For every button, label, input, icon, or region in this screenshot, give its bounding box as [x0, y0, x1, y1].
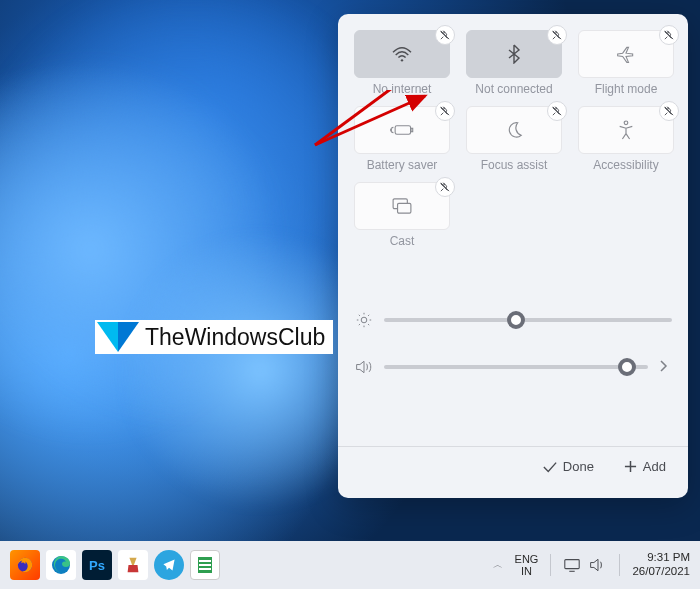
svg-point-3 [624, 121, 628, 125]
flight-mode-button[interactable] [578, 30, 674, 78]
volume-tray-icon [589, 557, 607, 573]
volume-thumb[interactable] [618, 358, 636, 376]
unpin-button-cast[interactable] [435, 177, 455, 197]
watermark-logo-icon [97, 322, 139, 352]
taskbar-app-firefox[interactable] [10, 550, 40, 580]
system-tray[interactable] [563, 557, 607, 573]
divider [619, 554, 620, 576]
tile-label: Accessibility [593, 158, 658, 172]
brush-icon [124, 556, 142, 574]
tile-flight-mode: Flight mode [578, 30, 674, 96]
taskbar: Ps ︿ ENG IN 9:31 PM 26/07/2021 [0, 541, 700, 589]
brightness-slider-row [354, 312, 672, 328]
svg-rect-12 [199, 560, 211, 562]
moon-icon [505, 121, 523, 139]
taskbar-app-libreoffice[interactable] [190, 550, 220, 580]
wifi-button[interactable] [354, 30, 450, 78]
lang-line2: IN [515, 565, 539, 577]
unpin-button-battery[interactable] [435, 101, 455, 121]
tile-label: No internet [373, 82, 432, 96]
brightness-thumb[interactable] [507, 311, 525, 329]
battery-saver-icon [390, 122, 414, 138]
tile-label: Not connected [475, 82, 552, 96]
unpin-button-bluetooth[interactable] [547, 25, 567, 45]
quick-settings-panel: No internet Not connected Flight mode [338, 14, 688, 498]
battery-saver-button[interactable] [354, 106, 450, 154]
svg-rect-5 [398, 203, 411, 213]
accessibility-button[interactable] [578, 106, 674, 154]
volume-slider-row [354, 358, 672, 376]
done-label: Done [563, 459, 594, 474]
taskbar-app-photoshop[interactable]: Ps [82, 550, 112, 580]
accessibility-icon [617, 120, 635, 140]
tray-overflow-button[interactable]: ︿ [493, 558, 503, 572]
tile-grid: No internet Not connected Flight mode [354, 30, 672, 248]
spreadsheet-icon [197, 556, 213, 574]
brightness-slider[interactable] [384, 318, 672, 322]
svg-rect-2 [411, 128, 413, 131]
volume-icon [354, 359, 374, 375]
plus-icon [624, 460, 637, 473]
add-button[interactable]: Add [618, 455, 672, 478]
focus-assist-button[interactable] [466, 106, 562, 154]
tile-label: Focus assist [481, 158, 548, 172]
clock-date: 26/07/2021 [632, 565, 690, 579]
unpin-icon [440, 106, 450, 116]
tile-bluetooth: Not connected [466, 30, 562, 96]
watermark-text: TheWindowsClub [145, 324, 325, 351]
tile-label: Flight mode [595, 82, 658, 96]
cast-button[interactable] [354, 182, 450, 230]
language-button[interactable]: ENG IN [515, 553, 539, 577]
tile-label: Battery saver [367, 158, 438, 172]
unpin-button-wifi[interactable] [435, 25, 455, 45]
taskbar-app-ccleaner[interactable] [118, 550, 148, 580]
taskbar-app-edge[interactable] [46, 550, 76, 580]
tile-cast: Cast [354, 182, 450, 248]
volume-flyout-button[interactable] [658, 358, 672, 376]
lang-line1: ENG [515, 553, 539, 565]
volume-slider[interactable] [384, 365, 648, 369]
wifi-icon [391, 45, 413, 63]
add-label: Add [643, 459, 666, 474]
panel-footer: Done Add [338, 446, 688, 482]
unpin-icon [440, 30, 450, 40]
unpin-icon [552, 106, 562, 116]
unpin-button-flight[interactable] [659, 25, 679, 45]
clock-time: 9:31 PM [632, 551, 690, 565]
unpin-button-accessibility[interactable] [659, 101, 679, 121]
check-icon [543, 461, 557, 473]
bluetooth-icon [507, 44, 521, 64]
svg-rect-1 [395, 126, 410, 135]
tile-label: Cast [390, 234, 415, 248]
svg-rect-13 [199, 564, 211, 566]
svg-rect-15 [565, 560, 579, 569]
telegram-icon [162, 558, 176, 572]
taskbar-app-telegram[interactable] [154, 550, 184, 580]
watermark: TheWindowsClub [95, 320, 333, 354]
unpin-button-focus[interactable] [547, 101, 567, 121]
unpin-icon [552, 30, 562, 40]
svg-rect-14 [199, 568, 211, 570]
done-button[interactable]: Done [537, 455, 600, 478]
tile-battery-saver: Battery saver [354, 106, 450, 172]
edge-icon [51, 555, 71, 575]
tile-wifi: No internet [354, 30, 450, 96]
svg-point-6 [361, 317, 367, 323]
tile-focus-assist: Focus assist [466, 106, 562, 172]
network-tray-icon [563, 557, 581, 573]
firefox-icon [16, 556, 34, 574]
airplane-icon [616, 45, 636, 63]
svg-point-0 [401, 59, 403, 61]
tile-accessibility: Accessibility [578, 106, 674, 172]
cast-icon [392, 198, 412, 214]
unpin-icon [664, 106, 674, 116]
bluetooth-button[interactable] [466, 30, 562, 78]
divider [550, 554, 551, 576]
taskbar-clock[interactable]: 9:31 PM 26/07/2021 [632, 551, 690, 579]
unpin-icon [664, 30, 674, 40]
brightness-icon [354, 312, 374, 328]
unpin-icon [440, 182, 450, 192]
